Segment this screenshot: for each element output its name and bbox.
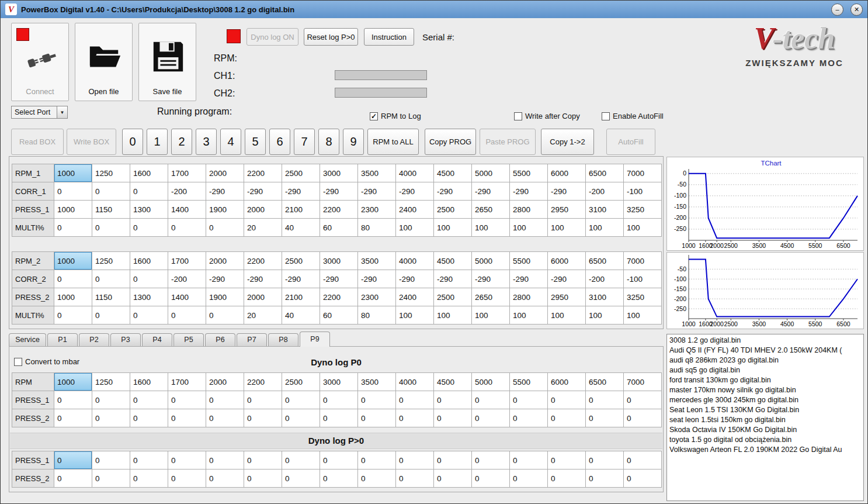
table-cell[interactable]: 2500: [434, 288, 472, 306]
table-cell[interactable]: 5500: [510, 373, 548, 391]
file-list-item[interactable]: audi q8 286km 2023 go digital.bin: [668, 355, 862, 365]
table-cell[interactable]: 1300: [130, 201, 168, 219]
write-box-button[interactable]: Write BOX: [67, 129, 116, 155]
table-cell[interactable]: 40: [282, 306, 320, 325]
digit-button-8[interactable]: 8: [318, 129, 339, 155]
table-cell[interactable]: 6000: [548, 252, 586, 270]
table-cell[interactable]: 4000: [396, 164, 434, 182]
table-cell[interactable]: 0: [320, 470, 358, 488]
read-box-button[interactable]: Read BOX: [11, 129, 64, 155]
table-cell[interactable]: 1400: [168, 201, 206, 219]
table-cell[interactable]: 0: [510, 409, 548, 427]
table-cell[interactable]: 0: [510, 391, 548, 409]
table-cell[interactable]: -200: [168, 270, 206, 288]
table-cell[interactable]: 0: [130, 409, 168, 427]
chevron-down-icon[interactable]: ▼: [57, 106, 67, 118]
tab-p1[interactable]: P1: [47, 333, 78, 346]
digit-button-5[interactable]: 5: [245, 129, 266, 155]
table-cell[interactable]: -290: [510, 270, 548, 288]
table-cell[interactable]: 2500: [434, 201, 472, 219]
table-cell[interactable]: 0: [472, 409, 510, 427]
table-cell[interactable]: 0: [434, 451, 472, 470]
table-cell[interactable]: 1700: [168, 373, 206, 391]
table-cell[interactable]: 0: [54, 409, 92, 427]
file-list-item[interactable]: master 170km nowy silnik go digital.bin: [668, 385, 862, 395]
table-cell[interactable]: 1250: [92, 373, 130, 391]
table-cell[interactable]: 1000: [54, 252, 92, 270]
table-cell[interactable]: 2200: [244, 252, 282, 270]
table-cell[interactable]: 7000: [624, 164, 662, 182]
digit-button-9[interactable]: 9: [343, 129, 364, 155]
table-cell[interactable]: 0: [396, 409, 434, 427]
table-cell[interactable]: -290: [472, 270, 510, 288]
table-cell[interactable]: 0: [244, 409, 282, 427]
table-cell[interactable]: 100: [434, 219, 472, 237]
table-cell[interactable]: 3000: [320, 252, 358, 270]
table-cell[interactable]: 2800: [510, 201, 548, 219]
table-cell[interactable]: 0: [54, 391, 92, 409]
table-cell[interactable]: 0: [206, 470, 244, 488]
file-list-item[interactable]: mercedes gle 300d 245km go digital.bin: [668, 395, 862, 405]
table-cell[interactable]: 100: [472, 306, 510, 325]
table-cell[interactable]: 2100: [282, 201, 320, 219]
table-cell[interactable]: 5000: [472, 373, 510, 391]
table-cell[interactable]: 6500: [586, 373, 624, 391]
table-cell[interactable]: 0: [206, 409, 244, 427]
table-cell[interactable]: 1900: [206, 288, 244, 306]
table-cell[interactable]: 100: [396, 219, 434, 237]
table-cell[interactable]: 0: [130, 451, 168, 470]
table-cell[interactable]: 0: [396, 451, 434, 470]
table-cell[interactable]: 0: [320, 451, 358, 470]
table-cell[interactable]: 0: [282, 409, 320, 427]
table-cell[interactable]: 0: [624, 409, 662, 427]
table-cell[interactable]: 0: [206, 306, 244, 325]
paste-prog-button[interactable]: Paste PROG: [480, 129, 536, 155]
table-cell[interactable]: 0: [92, 470, 130, 488]
table-cell[interactable]: 0: [54, 182, 92, 201]
table-cell[interactable]: -200: [586, 270, 624, 288]
instruction-button[interactable]: Instruction: [364, 28, 414, 46]
table-cell[interactable]: 80: [358, 219, 396, 237]
table-cell[interactable]: 0: [168, 391, 206, 409]
table-cell[interactable]: -100: [624, 182, 662, 201]
table-cell[interactable]: 100: [624, 219, 662, 237]
table-cell[interactable]: 1000: [54, 164, 92, 182]
digit-button-7[interactable]: 7: [294, 129, 315, 155]
table-cell[interactable]: -290: [358, 270, 396, 288]
table-cell[interactable]: 0: [396, 470, 434, 488]
table-cell[interactable]: 2650: [472, 201, 510, 219]
table-cell[interactable]: 4500: [434, 164, 472, 182]
table-cell[interactable]: 0: [358, 409, 396, 427]
table-cell[interactable]: 2950: [548, 288, 586, 306]
table-cell[interactable]: -290: [244, 270, 282, 288]
table-cell[interactable]: 1150: [92, 288, 130, 306]
digit-button-3[interactable]: 3: [196, 129, 217, 155]
table-cell[interactable]: 0: [92, 409, 130, 427]
tab-p8[interactable]: P8: [268, 333, 298, 346]
table-cell[interactable]: -100: [624, 270, 662, 288]
table-cell[interactable]: 2000: [206, 164, 244, 182]
table-cell[interactable]: 3000: [320, 164, 358, 182]
close-button[interactable]: ✕: [850, 4, 863, 16]
table-cell[interactable]: 100: [548, 306, 586, 325]
table-cell[interactable]: 0: [206, 451, 244, 470]
table-cell[interactable]: 100: [586, 306, 624, 325]
open-file-button[interactable]: Open file: [75, 23, 133, 101]
table-cell[interactable]: 0: [320, 391, 358, 409]
table-cell[interactable]: 2100: [282, 288, 320, 306]
table-cell[interactable]: -290: [396, 270, 434, 288]
table-cell[interactable]: 0: [320, 409, 358, 427]
table-cell[interactable]: -290: [320, 182, 358, 201]
table-cell[interactable]: 1000: [54, 373, 92, 391]
file-list-item[interactable]: Skoda Octavia IV 150KM Go Digital.bin: [668, 425, 862, 435]
table-cell[interactable]: -200: [168, 182, 206, 201]
reset-log-button[interactable]: Reset log P>0: [304, 28, 358, 46]
table-cell[interactable]: 7000: [624, 252, 662, 270]
table-cell[interactable]: 1600: [130, 373, 168, 391]
enable-autofill-checkbox[interactable]: Enable AutoFill: [602, 112, 664, 120]
tab-p9[interactable]: P9: [300, 332, 330, 347]
table-cell[interactable]: 0: [510, 470, 548, 488]
table-cell[interactable]: 0: [472, 470, 510, 488]
table-cell[interactable]: 7000: [624, 373, 662, 391]
dyno-log-button[interactable]: Dyno log ON: [246, 28, 298, 46]
